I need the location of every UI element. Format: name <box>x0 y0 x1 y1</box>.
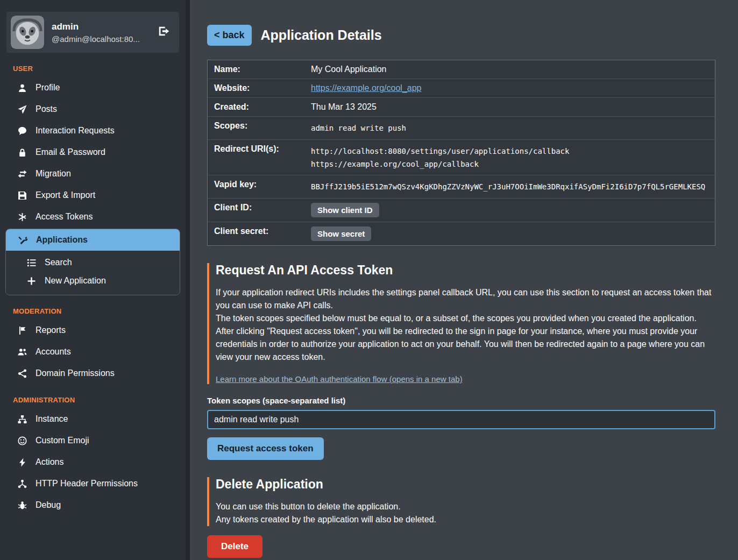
bolt-icon <box>17 458 27 467</box>
table-row-redirect-uris: Redirect URI(s): http://localhost:8080/s… <box>208 139 715 175</box>
sidebar-item-export-import[interactable]: Export & Import <box>5 185 180 206</box>
flag-icon <box>17 326 27 335</box>
sidebar-item-http-header-permissions[interactable]: HTTP Header Permissions <box>5 473 180 494</box>
table-row-created: Created: Thu Mar 13 2025 <box>208 97 715 116</box>
sign-out-icon[interactable] <box>155 23 172 41</box>
sidebar-item-custom-emoji[interactable]: Custom Emoji <box>5 430 180 451</box>
sidebar-item-reports[interactable]: Reports <box>5 320 180 341</box>
sidebar-item-label: Applications <box>36 235 88 245</box>
table-row-website: Website: https://example.org/cool_app <box>208 79 715 97</box>
table-row-client-secret: Client secret: Show secret <box>208 222 715 245</box>
sidebar-item-interaction-requests[interactable]: Interaction Requests <box>5 120 180 141</box>
sidebar-item-label: Email & Password <box>36 147 105 157</box>
sidebar-item-search[interactable]: Search <box>6 253 180 272</box>
oauth-docs-link[interactable]: Learn more about the OAuth authenticatio… <box>216 374 463 384</box>
sidebar-item-label: Posts <box>36 104 57 114</box>
sidebar-item-label: Actions <box>36 457 63 467</box>
user-handle: @admin@localhost:80... <box>52 34 148 44</box>
table-row-name: Name: My Cool Application <box>208 60 715 79</box>
user-meta: admin @admin@localhost:80... <box>52 22 148 44</box>
sidebar-item-label: Debug <box>36 500 61 510</box>
sidebar-item-new-application[interactable]: New Application <box>6 272 180 290</box>
nav-section-label-administration: ADMINISTRATION <box>13 396 180 404</box>
token-scopes-input[interactable] <box>207 410 715 429</box>
detail-label: Client secret: <box>208 222 311 240</box>
redirect-uri-1: http://localhost:8080/settings/user/appl… <box>311 145 708 158</box>
sidebar-item-migration[interactable]: Migration <box>5 163 180 185</box>
sitemap-icon <box>17 415 27 424</box>
request-access-token-button[interactable]: Request access token <box>207 437 324 460</box>
sidebar-item-label: Access Tokens <box>36 212 93 222</box>
detail-value: http://localhost:8080/settings/user/appl… <box>311 140 715 175</box>
application-details-table: Name: My Cool Application Website: https… <box>207 60 715 246</box>
show-client-id-button[interactable]: Show client ID <box>311 203 379 217</box>
detail-label: Name: <box>208 60 311 79</box>
sidebar-item-label: Interaction Requests <box>36 126 115 136</box>
token-section-title: Request An API Access Token <box>216 263 715 278</box>
table-row-scopes: Scopes: admin read write push <box>208 116 715 139</box>
page-header: < back Application Details <box>207 25 715 46</box>
user-name: admin <box>52 22 148 32</box>
user-card[interactable]: admin @admin@localhost:80... <box>6 12 179 53</box>
detail-value: BBJffJ219b5iE512m7wQSzv4KgKDhgZZVzNyWC_r… <box>311 175 715 198</box>
token-paragraph-3: After clicking "Request access token", y… <box>216 325 715 364</box>
sidebar-item-email-password[interactable]: Email & Password <box>5 141 180 163</box>
sidebar-item-actions[interactable]: Actions <box>5 451 180 473</box>
sidebar: admin @admin@localhost:80... USER Profil… <box>0 0 186 560</box>
show-secret-button[interactable]: Show secret <box>311 226 371 241</box>
sidebar-item-instance[interactable]: Instance <box>5 408 180 430</box>
redirect-uri-2: https://example.org/cool_app/callback <box>311 158 708 171</box>
detail-label: Vapid key: <box>208 175 311 194</box>
detail-value: Show secret <box>311 222 715 245</box>
delete-line-1: You can use this button to delete the ap… <box>216 500 715 513</box>
detail-label: Website: <box>208 79 311 97</box>
table-row-vapid-key: Vapid key: BBJffJ219b5iE512m7wQSzv4KgKDh… <box>208 175 715 198</box>
detail-label: Client ID: <box>208 199 311 217</box>
detail-value: Show client ID <box>311 199 715 222</box>
delete-button[interactable]: Delete <box>207 535 262 558</box>
sidebar-item-label: Search <box>45 258 72 267</box>
website-link[interactable]: https://example.org/cool_app <box>311 83 421 93</box>
detail-label: Scopes: <box>208 117 311 135</box>
main-content: < back Application Details Name: My Cool… <box>190 0 738 560</box>
network-icon <box>17 479 27 488</box>
sidebar-item-label: Custom Emoji <box>36 436 89 445</box>
delete-line-2: Any tokens created by the application wi… <box>216 513 715 526</box>
detail-value: admin read write push <box>311 117 715 139</box>
sidebar-item-profile[interactable]: Profile <box>5 77 180 98</box>
paper-plane-icon <box>17 105 27 114</box>
sidebar-item-label: Export & Import <box>36 190 95 200</box>
token-paragraph-2: The token scopes specified below must be… <box>216 312 715 325</box>
token-scopes-label: Token scopes (space-separated list) <box>207 396 715 405</box>
avatar <box>11 16 44 49</box>
page-title: Application Details <box>261 27 382 43</box>
sidebar-item-label: Domain Permissions <box>36 368 115 378</box>
arrows-left-right-icon <box>17 169 27 179</box>
delete-section-title: Delete Application <box>216 477 715 492</box>
delete-section: Delete Application You can use this butt… <box>207 477 715 558</box>
sidebar-group-applications: Applications Search New Application <box>5 229 180 295</box>
nav-section-label-moderation: MODERATION <box>13 307 180 315</box>
sidebar-item-label: Instance <box>36 414 68 424</box>
sidebar-item-domain-permissions[interactable]: Domain Permissions <box>5 363 180 384</box>
tools-icon <box>18 236 28 245</box>
asterisk-icon <box>17 212 27 222</box>
sidebar-item-access-tokens[interactable]: Access Tokens <box>5 206 180 228</box>
detail-value: Thu Mar 13 2025 <box>311 98 715 116</box>
plus-icon <box>26 277 37 286</box>
sidebar-item-applications[interactable]: Applications <box>6 229 180 251</box>
sidebar-item-posts[interactable]: Posts <box>5 98 180 120</box>
share-nodes-icon <box>17 369 27 378</box>
list-icon <box>26 258 37 267</box>
floppy-icon <box>17 191 27 200</box>
applications-submenu: Search New Application <box>6 251 180 295</box>
detail-value: https://example.org/cool_app <box>311 79 715 97</box>
detail-value: My Cool Application <box>311 60 715 79</box>
nav-section-label-user: USER <box>13 65 180 73</box>
sidebar-item-accounts[interactable]: Accounts <box>5 341 180 363</box>
user-icon <box>17 83 27 93</box>
sidebar-item-label: HTTP Header Permissions <box>36 479 138 488</box>
sidebar-item-debug[interactable]: Debug <box>5 494 180 516</box>
delete-section-text: Delete Application You can use this butt… <box>207 477 715 526</box>
back-button[interactable]: < back <box>207 25 252 46</box>
